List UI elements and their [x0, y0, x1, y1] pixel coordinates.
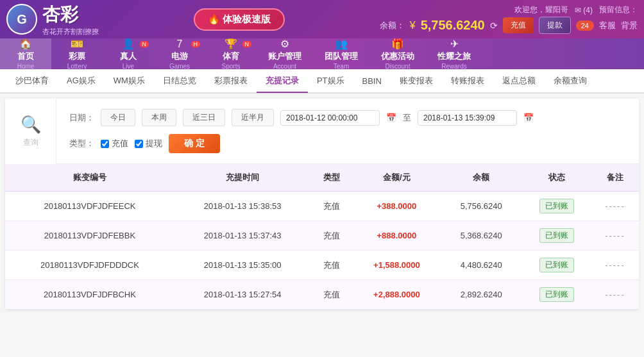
nav-egames[interactable]: 7 电游 Games H	[154, 38, 205, 69]
withdraw-checkbox[interactable]	[135, 140, 143, 148]
cell-amount: +888.0000	[353, 221, 441, 251]
nav-team-en: Team	[334, 63, 349, 70]
subnav-balance-query[interactable]: 余额查询	[545, 70, 596, 93]
bg-label[interactable]: 背景	[621, 20, 638, 31]
today-btn[interactable]: 今日	[101, 109, 135, 126]
cell-remark: -----	[591, 251, 639, 280]
nav-egames-en: Games	[169, 63, 190, 70]
half-month-btn[interactable]: 近半月	[232, 109, 274, 126]
table-area: 账变编号 充提时间 类型 金额/元 余额 状态 备注 20180113VDFJD…	[5, 164, 639, 310]
charge-checkbox[interactable]	[101, 140, 109, 148]
date-from-input[interactable]	[280, 110, 380, 126]
withdraw-check-label: 提现	[146, 138, 162, 149]
subnav-rebate[interactable]: 返点总额	[493, 70, 545, 93]
cell-remark: -----	[591, 280, 639, 310]
vip-label: 体验极速版	[223, 13, 271, 26]
cell-status: 已到账	[521, 221, 591, 251]
withdraw-checkbox-label[interactable]: 提现	[135, 138, 162, 149]
cell-time: 2018-01-13 15:37:43	[174, 221, 310, 251]
table-body: 20180113VDFJDFEECK 2018-01-13 15:38:53 充…	[5, 192, 639, 310]
logo-name: 杏彩	[42, 3, 99, 27]
nav-home[interactable]: 🏠 首页 Home	[0, 38, 51, 69]
cell-balance: 4,480.6240	[441, 251, 521, 280]
subnav-ag[interactable]: AG娱乐	[58, 70, 105, 93]
nav-discount[interactable]: 🎁 优惠活动 Discount	[369, 38, 426, 69]
logo-icon: G	[6, 4, 37, 35]
vip-icon: 🔥	[208, 13, 220, 25]
subnav-bbin[interactable]: BBIN	[353, 71, 391, 92]
charge-checkbox-label[interactable]: 充值	[101, 138, 128, 149]
subnav-transfer-report[interactable]: 转账报表	[442, 70, 493, 93]
confirm-button[interactable]: 确 定	[169, 134, 220, 153]
balance-row: 余额： ¥ 5,756.6240 ⟳ 充值 提款 24 客服 背景	[380, 17, 638, 34]
cell-id: 20180113VDFJDFDDDCK	[5, 251, 174, 280]
subnav-deposit-record[interactable]: 充提记录	[257, 70, 308, 93]
nav-lottery[interactable]: 🎫 彩票 Lottery	[51, 38, 103, 69]
discount-icon: 🎁	[391, 38, 404, 50]
service-badge: 24	[576, 21, 594, 31]
filter-bar: 日期： 今日 本周 近三日 近半月 📅 至 📅 类型： 充值 提现	[56, 99, 639, 164]
nav-live[interactable]: 👤 真人 Live N	[103, 38, 154, 69]
subnav-lottery-report[interactable]: 彩票报表	[205, 70, 257, 93]
cell-time: 2018-01-13 15:35:00	[174, 251, 310, 280]
welcome-text: 欢迎您，耀阳哥	[514, 4, 568, 15]
search-icon-column: 🔍 查询	[5, 99, 56, 164]
nav-account[interactable]: ⚙ 账户管理 Account	[257, 38, 313, 69]
type-label: 类型：	[69, 138, 94, 149]
balance-refresh-icon[interactable]: ⟳	[490, 21, 498, 31]
subnav-daily[interactable]: 日结总览	[154, 70, 205, 93]
nav-live-cn: 真人	[120, 51, 137, 62]
header-right: 欢迎您，耀阳哥 ✉ (4) 预留信息： 余额： ¥ 5,756.6240 ⟳ 充…	[380, 4, 638, 34]
date-filter-row: 日期： 今日 本周 近三日 近半月 📅 至 📅	[69, 109, 626, 126]
col-remark: 备注	[591, 164, 639, 192]
team-icon: 👥	[335, 38, 348, 50]
nav-sports-en: Sports	[222, 63, 241, 70]
header: G 杏彩 杏花开齐割割撩撩 🔥 体验极速版 欢迎您，耀阳哥 ✉ (4) 预留信息…	[0, 0, 644, 38]
subnav-wm[interactable]: WM娱乐	[105, 70, 154, 93]
table-row: 20180113VDFJDFEBBK 2018-01-13 15:37:43 充…	[5, 221, 639, 251]
subnav-saba[interactable]: 沙巴体育	[6, 70, 58, 93]
cell-id: 20180113VDFJDFBCHK	[5, 280, 174, 310]
nav-discount-cn: 优惠活动	[381, 51, 414, 62]
subnav-account-change[interactable]: 账变报表	[391, 70, 442, 93]
cell-type: 充值	[310, 221, 352, 251]
col-balance: 余额	[441, 164, 521, 192]
subnav-pt[interactable]: PT娱乐	[308, 70, 353, 93]
service-label[interactable]: 客服	[599, 20, 616, 31]
three-days-btn[interactable]: 近三日	[183, 109, 225, 126]
table-head: 账变编号 充提时间 类型 金额/元 余额 状态 备注	[5, 164, 639, 192]
mail-link[interactable]: ✉ (4)	[575, 6, 593, 15]
date-to-input[interactable]	[418, 110, 517, 126]
header-top-row: 欢迎您，耀阳哥 ✉ (4) 预留信息：	[514, 4, 638, 15]
col-id: 账变编号	[5, 164, 174, 192]
home-icon: 🏠	[19, 38, 32, 50]
cell-time: 2018-01-13 15:38:53	[174, 192, 310, 221]
nav-rewards-cn: 性耀之旅	[437, 51, 471, 62]
cell-status: 已到账	[521, 192, 591, 221]
search-label: 查询	[23, 137, 38, 148]
week-btn[interactable]: 本周	[142, 109, 176, 126]
logo-area: G 杏彩 杏花开齐割割撩撩	[6, 3, 99, 37]
live-badge: N	[140, 41, 149, 47]
charge-button[interactable]: 充值	[503, 17, 534, 33]
nav-team[interactable]: 👥 团队管理 Team	[313, 38, 369, 69]
cell-type: 充值	[310, 280, 352, 310]
calendar-to-icon[interactable]: 📅	[523, 113, 534, 122]
cell-balance: 5,756.6240	[441, 192, 521, 221]
lottery-icon: 🎫	[71, 38, 83, 50]
nav-sports[interactable]: 🏆 体育 Sports N	[205, 38, 257, 69]
charge-check-label: 充值	[112, 138, 128, 149]
sports-icon: 🏆	[225, 38, 237, 50]
rewards-icon: ✈	[450, 38, 459, 50]
nav-rewards[interactable]: ✈ 性耀之旅 Rewards	[426, 38, 482, 69]
main-nav: 🏠 首页 Home 🎫 彩票 Lottery 👤 真人 Live N 7 电游 …	[0, 38, 644, 69]
cell-balance: 2,892.6240	[441, 280, 521, 310]
reserve-text: 预留信息：	[599, 4, 638, 15]
vip-banner[interactable]: 🔥 体验极速版	[194, 8, 285, 31]
calendar-from-icon[interactable]: 📅	[386, 113, 396, 122]
nav-team-cn: 团队管理	[325, 51, 358, 62]
records-table: 账变编号 充提时间 类型 金额/元 余额 状态 备注 20180113VDFJD…	[5, 164, 639, 310]
withdraw-button[interactable]: 提款	[539, 17, 571, 34]
egames-icon: 7	[177, 38, 183, 50]
balance-amount: 5,756.6240	[421, 18, 485, 33]
